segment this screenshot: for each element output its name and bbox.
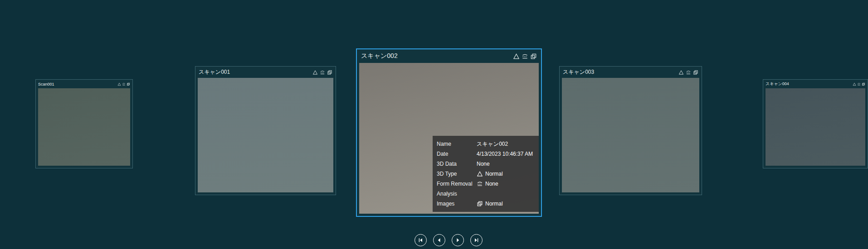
- card-header: スキャン004: [763, 80, 868, 88]
- info-label: Analysis: [437, 191, 477, 197]
- last-button[interactable]: [470, 234, 483, 246]
- 3d-type-triangle-icon: [678, 70, 684, 75]
- card-title: スキャン004: [766, 81, 789, 87]
- info-label: Images: [437, 201, 477, 207]
- info-value: 4/13/2023 10:46:37 AM: [477, 151, 533, 157]
- info-row-name: Name スキャン002: [437, 139, 535, 149]
- 3d-type-triangle-icon: [853, 82, 856, 86]
- info-value: Normal: [485, 171, 503, 177]
- images-icon: [862, 82, 865, 86]
- card-title: スキャン002: [361, 52, 398, 60]
- images-icon: [477, 201, 483, 207]
- images-icon: [530, 53, 537, 60]
- card-header: スキャン001: [195, 67, 336, 78]
- previous-icon: [436, 237, 442, 243]
- images-icon: [127, 82, 130, 86]
- 3d-type-triangle-icon: [477, 171, 483, 177]
- info-value: None: [477, 161, 490, 167]
- images-icon: [693, 70, 698, 75]
- info-label: 3D Data: [437, 161, 477, 167]
- card-header: Scan001: [36, 80, 132, 88]
- info-row-analysis: Analysis: [437, 189, 535, 199]
- card-title: スキャン001: [199, 68, 230, 76]
- info-row-images: Images Normal: [437, 199, 535, 209]
- scan-thumbnail[interactable]: [38, 88, 130, 166]
- scan-info-panel: Name スキャン002 Date 4/13/2023 10:46:37 AM …: [433, 136, 539, 212]
- form-removal-icon: [320, 70, 325, 75]
- form-removal-icon: [857, 82, 861, 86]
- 3d-type-triangle-icon: [117, 82, 121, 86]
- form-removal-icon: [522, 53, 528, 60]
- card-status-icons: [678, 70, 698, 75]
- info-row-3d-data: 3D Data None: [437, 159, 535, 169]
- card-title: Scan001: [38, 82, 54, 86]
- info-label: Date: [437, 151, 477, 157]
- carousel-navigation: [414, 234, 483, 246]
- 3d-type-triangle-icon: [312, 70, 318, 75]
- info-row-date: Date 4/13/2023 10:46:37 AM: [437, 149, 535, 159]
- previous-button[interactable]: [433, 234, 445, 246]
- card-title: スキャン003: [563, 68, 594, 76]
- images-icon: [327, 70, 332, 75]
- next-button[interactable]: [452, 234, 464, 246]
- card-status-icons: [853, 82, 865, 86]
- form-removal-icon: [686, 70, 691, 75]
- info-label: Name: [437, 141, 477, 147]
- info-label: 3D Type: [437, 171, 477, 177]
- info-value: None: [485, 181, 498, 187]
- skip-to-last-icon: [473, 237, 479, 243]
- next-icon: [455, 237, 461, 243]
- card-status-icons: [312, 70, 332, 75]
- scan-card-scan002-jp-selected[interactable]: スキャン002 Name スキャン002 Date 4/13/2023 10:4…: [356, 48, 542, 217]
- form-removal-icon: [477, 181, 483, 187]
- scan-carousel-screen: Scan001 スキャン001 スキャン002: [0, 0, 868, 249]
- card-status-icons: [513, 53, 537, 60]
- info-row-3d-type: 3D Type Normal: [437, 169, 535, 179]
- card-header: スキャン002: [357, 49, 541, 63]
- info-value: Normal: [485, 201, 503, 207]
- info-row-form-removal: Form Removal None: [437, 179, 535, 189]
- scan-card-scan004-jp[interactable]: スキャン004: [763, 79, 868, 168]
- 3d-type-triangle-icon: [513, 53, 520, 60]
- scan-thumbnail[interactable]: [766, 88, 865, 166]
- scan-thumbnail[interactable]: [562, 78, 699, 192]
- info-value: スキャン002: [477, 140, 508, 148]
- scan-card-scan001[interactable]: Scan001: [35, 79, 133, 168]
- card-header: スキャン003: [560, 67, 702, 78]
- card-status-icons: [117, 82, 130, 86]
- info-label: Form Removal: [437, 181, 477, 187]
- scan-card-scan003-jp[interactable]: スキャン003: [559, 66, 702, 195]
- scan-card-scan001-jp[interactable]: スキャン001: [195, 66, 336, 195]
- first-button[interactable]: [414, 234, 427, 246]
- scan-thumbnail[interactable]: [198, 78, 333, 192]
- skip-to-first-icon: [418, 237, 424, 243]
- form-removal-icon: [122, 82, 126, 86]
